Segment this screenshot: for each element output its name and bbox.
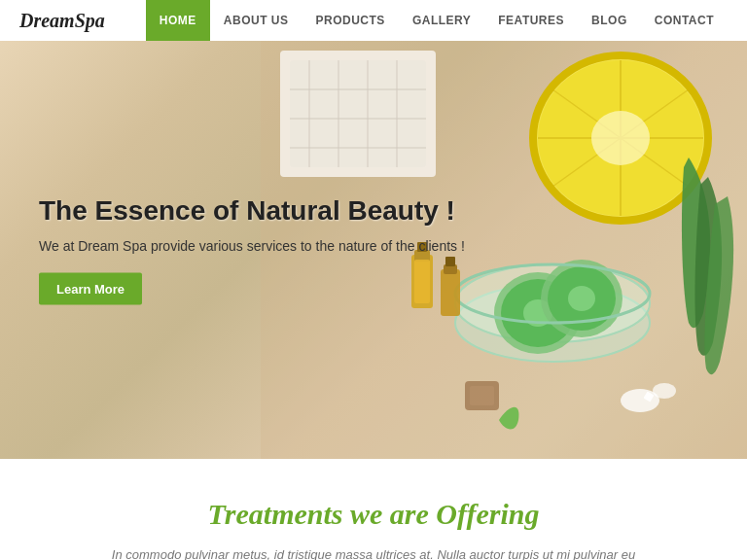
learn-more-button[interactable]: Learn More [39,273,142,305]
svg-rect-2 [290,60,426,167]
hero-section: The Essence of Natural Beauty ! We at Dr… [0,41,747,459]
nav-item-contact[interactable]: CONTACT [641,0,728,41]
nav-link-about[interactable]: ABOUT US [210,0,302,41]
nav-link-products[interactable]: PRODUCTS [302,0,399,41]
svg-rect-35 [470,386,494,405]
nav-item-features[interactable]: FEATURES [484,0,578,41]
nav-link-gallery[interactable]: GALLERY [399,0,484,41]
nav-item-products[interactable]: PRODUCTS [302,0,399,41]
svg-point-37 [653,383,676,399]
nav-item-home[interactable]: HOME [146,0,210,41]
nav-item-about[interactable]: ABOUT US [210,0,302,41]
nav-link-blog[interactable]: BLOG [578,0,641,41]
treatments-description: In commodo pulvinar metus, id tristique … [82,544,665,560]
svg-point-25 [568,286,595,311]
hero-title: The Essence of Natural Beauty ! [39,195,465,227]
hero-subtitle: We at Dream Spa provide various services… [39,238,465,254]
nav-link-home[interactable]: HOME [146,0,210,41]
hero-content: The Essence of Natural Beauty ! We at Dr… [39,195,465,305]
brand-logo[interactable]: DreamSpa [19,10,105,32]
nav-links: HOME ABOUT US PRODUCTS GALLERY FEATURES … [146,0,728,41]
treatments-section: Treatments we are Offering In commodo pu… [0,459,747,560]
nav-item-gallery[interactable]: GALLERY [399,0,484,41]
navbar: DreamSpa HOME ABOUT US PRODUCTS GALLERY … [0,0,747,41]
nav-link-features[interactable]: FEATURES [484,0,578,41]
svg-point-16 [591,111,650,165]
nav-link-contact[interactable]: CONTACT [641,0,728,41]
treatments-title: Treatments we are Offering [19,498,728,531]
nav-item-blog[interactable]: BLOG [578,0,641,41]
